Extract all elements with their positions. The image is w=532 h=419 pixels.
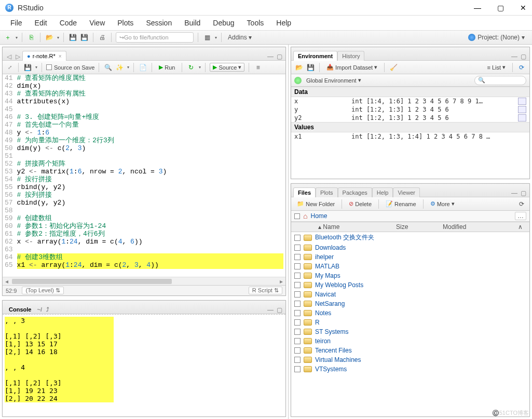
- code-editor[interactable]: 4142434445464748495051525354555657585960…: [3, 74, 285, 277]
- maximize-pane-icon[interactable]: ▢: [277, 53, 282, 60]
- file-checkbox[interactable]: [294, 357, 301, 363]
- file-name[interactable]: ihelper: [315, 253, 334, 261]
- minimize-pane-icon[interactable]: —: [511, 53, 517, 60]
- file-row[interactable]: Navicat: [291, 290, 529, 299]
- source-button[interactable]: ▶ Source ▾: [210, 63, 244, 72]
- file-row[interactable]: Virtual Machines: [291, 355, 529, 364]
- forward-button[interactable]: ▷: [13, 53, 22, 60]
- minimize-pane-icon[interactable]: —: [267, 53, 274, 60]
- file-row[interactable]: My Weblog Posts: [291, 280, 529, 290]
- file-checkbox[interactable]: [294, 291, 301, 298]
- file-checkbox[interactable]: [294, 310, 301, 316]
- load-workspace-button[interactable]: 📂: [294, 63, 304, 72]
- file-row[interactable]: teiron: [291, 336, 529, 346]
- popout-icon[interactable]: ⤢: [6, 64, 14, 70]
- back-button[interactable]: ◁: [5, 53, 13, 60]
- tab-environment[interactable]: Environment: [293, 51, 337, 61]
- scope-selector[interactable]: (Top Level) ⇅: [22, 287, 63, 294]
- file-row[interactable]: ST Systems: [291, 327, 529, 336]
- file-name[interactable]: MATLAB: [315, 263, 339, 270]
- file-row[interactable]: Notes: [291, 308, 529, 318]
- tab-viewer[interactable]: Viewer: [393, 187, 419, 197]
- file-checkbox[interactable]: [294, 301, 301, 307]
- file-row[interactable]: NetSarang: [291, 299, 529, 308]
- file-name[interactable]: Tencent Files: [315, 347, 352, 354]
- new-project-button[interactable]: ⎘: [26, 33, 36, 42]
- refresh-env-button[interactable]: ⟳: [517, 63, 526, 72]
- menu-help[interactable]: Help: [271, 17, 296, 29]
- file-name[interactable]: Navicat: [315, 291, 336, 298]
- env-search-input[interactable]: 🔍: [474, 76, 526, 85]
- goto-file-input[interactable]: ↪ Go to file/function: [116, 32, 194, 43]
- grid-button[interactable]: ▦: [202, 33, 212, 42]
- file-checkbox[interactable]: [294, 282, 301, 288]
- menu-session[interactable]: Session: [141, 17, 177, 29]
- save-button[interactable]: 💾: [68, 33, 77, 42]
- file-checkbox[interactable]: [294, 329, 301, 335]
- path-more-button[interactable]: …: [515, 212, 526, 220]
- file-checkbox[interactable]: [294, 338, 301, 344]
- maximize-pane-icon[interactable]: ▢: [521, 190, 526, 197]
- file-row[interactable]: R: [291, 318, 529, 327]
- env-row[interactable]: xint [1:4, 1:6] 1 2 3 4 5 6 7 8 9 1…: [291, 97, 529, 105]
- save-file-button[interactable]: 💾: [23, 63, 32, 72]
- file-checkbox[interactable]: [294, 366, 301, 372]
- file-checkbox[interactable]: [294, 235, 301, 241]
- file-row[interactable]: VTSystems: [291, 364, 529, 374]
- col-scroll-up[interactable]: ∧: [516, 223, 526, 231]
- popout-icon[interactable]: ⤴: [46, 306, 49, 313]
- outline-button[interactable]: ≡: [253, 63, 263, 72]
- open-file-button[interactable]: 📂: [45, 33, 54, 42]
- env-scope-selector[interactable]: Global Environment ▾: [304, 76, 364, 84]
- grid-icon[interactable]: [518, 106, 526, 113]
- minimize-button[interactable]: —: [474, 4, 481, 11]
- file-name[interactable]: teiron: [315, 337, 331, 345]
- import-dataset-button[interactable]: 📥 Import Dataset ▾: [324, 63, 380, 71]
- console-output[interactable]: , , 3 [,1] [,2] [,3][1,] 13 15 17[2,] 14…: [3, 315, 285, 416]
- clear-env-button[interactable]: 🧹: [389, 63, 398, 72]
- maximize-button[interactable]: ▢: [497, 4, 504, 11]
- new-folder-button[interactable]: 📁 New Folder: [294, 200, 337, 208]
- find-button[interactable]: 🔍: [103, 63, 113, 72]
- project-menu[interactable]: Project: (None) ▾: [464, 34, 529, 41]
- notebook-button[interactable]: 📄: [138, 63, 147, 72]
- close-button[interactable]: ✕: [520, 4, 527, 11]
- lang-selector[interactable]: R Script ⇅: [249, 287, 282, 294]
- print-button[interactable]: 🖨: [98, 33, 107, 42]
- file-checkbox[interactable]: [294, 319, 301, 326]
- file-row[interactable]: ihelper: [291, 252, 529, 262]
- file-name[interactable]: Bluetooth 交换文件夹: [315, 233, 374, 242]
- source-tab[interactable]: ● r-note.R* ×: [22, 51, 66, 61]
- menu-code[interactable]: Code: [54, 17, 82, 29]
- menu-view[interactable]: View: [84, 17, 110, 29]
- env-row[interactable]: yint [1:2, 1:3] 1 2 3 4 5 6: [291, 105, 529, 114]
- maximize-pane-icon[interactable]: ▢: [277, 306, 282, 314]
- menu-build[interactable]: Build: [179, 17, 206, 29]
- more-button[interactable]: ⚙ More ▾: [428, 200, 457, 208]
- maximize-pane-icon[interactable]: ▢: [521, 53, 526, 60]
- tab-plots[interactable]: Plots: [316, 187, 337, 197]
- menu-tools[interactable]: Tools: [242, 17, 269, 29]
- minimize-pane-icon[interactable]: —: [267, 306, 274, 314]
- file-name[interactable]: Notes: [315, 309, 331, 317]
- select-all-checkbox[interactable]: [294, 213, 300, 219]
- col-modified[interactable]: Modified: [441, 223, 516, 231]
- file-name[interactable]: NetSarang: [315, 300, 345, 307]
- menu-plots[interactable]: Plots: [112, 17, 139, 29]
- new-file-button[interactable]: ＋: [3, 33, 12, 42]
- tab-history[interactable]: History: [337, 51, 364, 61]
- env-row[interactable]: y2int [1:2, 1:3] 1 2 3 4 5 6: [291, 114, 529, 122]
- file-checkbox[interactable]: [294, 273, 301, 279]
- minimize-pane-icon[interactable]: —: [511, 190, 517, 197]
- wand-button[interactable]: ✨: [115, 63, 124, 72]
- file-checkbox[interactable]: [294, 263, 301, 269]
- source-on-save-checkbox[interactable]: [46, 64, 52, 70]
- close-tab-icon[interactable]: ×: [59, 53, 62, 59]
- grid-icon[interactable]: [518, 98, 526, 105]
- file-row[interactable]: Tencent Files: [291, 346, 529, 355]
- rename-button[interactable]: 📝 Rename: [383, 200, 419, 208]
- file-row[interactable]: Bluetooth 交换文件夹: [291, 232, 529, 243]
- save-workspace-button[interactable]: 💾: [306, 63, 315, 72]
- file-name[interactable]: R: [315, 319, 320, 326]
- tab-packages[interactable]: Packages: [338, 187, 372, 197]
